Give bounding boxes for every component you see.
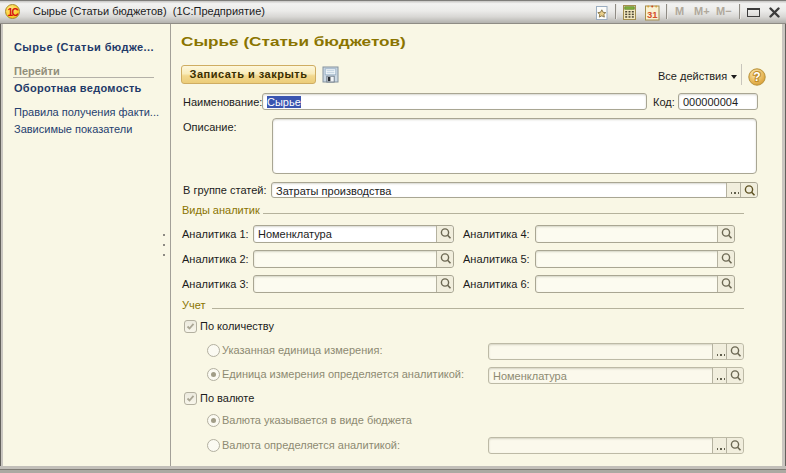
svg-text:?: ? [753,70,760,84]
svg-text:31: 31 [647,9,658,20]
